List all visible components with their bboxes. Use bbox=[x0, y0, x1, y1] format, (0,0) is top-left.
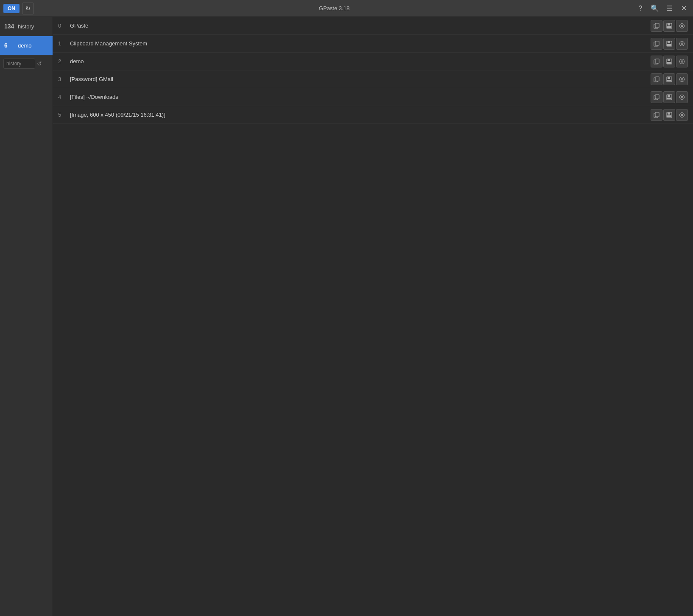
clip-actions bbox=[651, 109, 688, 121]
clip-copy-btn[interactable] bbox=[651, 56, 662, 67]
svg-rect-27 bbox=[668, 77, 670, 79]
svg-rect-3 bbox=[668, 23, 670, 25]
clip-row: 1 Clipboard Management System bbox=[53, 35, 693, 53]
menu-button[interactable]: ☰ bbox=[663, 3, 675, 14]
on-button[interactable]: ON bbox=[3, 4, 20, 13]
sidebar-item-demo-label: demo bbox=[18, 42, 32, 49]
clip-delete-btn[interactable] bbox=[676, 38, 688, 50]
titlebar-right: ? 🔍 ☰ ✕ bbox=[634, 3, 690, 14]
sidebar-search-icon[interactable]: ↺ bbox=[37, 60, 42, 67]
clip-save-btn[interactable] bbox=[663, 38, 675, 50]
clip-copy-btn[interactable] bbox=[651, 20, 662, 32]
clip-copy-btn[interactable] bbox=[651, 38, 662, 50]
clip-save-btn[interactable] bbox=[663, 73, 675, 85]
svg-rect-28 bbox=[667, 80, 671, 81]
svg-rect-43 bbox=[668, 112, 670, 115]
svg-rect-1 bbox=[655, 23, 659, 28]
clip-row: 0 GPaste bbox=[53, 17, 693, 35]
sidebar-item-demo-count: 6 bbox=[4, 42, 14, 49]
clip-save-btn[interactable] bbox=[663, 56, 675, 67]
clip-text: demo bbox=[67, 58, 651, 64]
clip-row: 2 demo bbox=[53, 53, 693, 70]
clip-text: [Image, 600 x 450 (09/21/15 16:31:41)] bbox=[67, 112, 651, 118]
clipboard-list: 0 GPaste bbox=[53, 17, 693, 616]
clip-text: GPaste bbox=[67, 22, 651, 29]
clip-index: 1 bbox=[58, 40, 67, 47]
clip-index: 5 bbox=[58, 112, 67, 118]
close-button[interactable]: ✕ bbox=[678, 3, 690, 14]
svg-rect-17 bbox=[655, 59, 659, 63]
svg-rect-44 bbox=[667, 115, 671, 117]
sidebar-item-history[interactable]: 134 history bbox=[0, 17, 53, 36]
clip-delete-btn[interactable] bbox=[676, 91, 688, 103]
clip-save-btn[interactable] bbox=[663, 91, 675, 103]
clip-index: 2 bbox=[58, 58, 67, 64]
clip-index: 4 bbox=[58, 94, 67, 100]
svg-rect-12 bbox=[667, 44, 671, 46]
svg-rect-36 bbox=[667, 98, 671, 99]
svg-rect-33 bbox=[655, 95, 659, 99]
sidebar-search-container: ↺ bbox=[0, 55, 53, 72]
svg-rect-20 bbox=[667, 62, 671, 64]
clip-actions bbox=[651, 38, 688, 50]
sidebar: 134 history 6 demo ↺ bbox=[0, 17, 53, 616]
svg-rect-4 bbox=[667, 26, 671, 28]
sidebar-item-history-count: 134 bbox=[4, 23, 14, 30]
clip-row: 4 [Files] ~/Downloads bbox=[53, 88, 693, 106]
refresh-button[interactable]: ↻ bbox=[22, 3, 34, 14]
clip-index: 0 bbox=[58, 22, 67, 29]
titlebar-left: ON ↻ bbox=[3, 3, 34, 14]
clip-row: 3 [Password] GMail bbox=[53, 70, 693, 88]
svg-rect-41 bbox=[655, 112, 659, 117]
clip-save-btn[interactable] bbox=[663, 109, 675, 121]
main-layout: 134 history 6 demo ↺ 0 GPaste bbox=[0, 17, 693, 616]
clip-copy-btn[interactable] bbox=[651, 109, 662, 121]
svg-rect-9 bbox=[655, 41, 659, 45]
help-button[interactable]: ? bbox=[634, 3, 646, 14]
clip-index: 3 bbox=[58, 76, 67, 82]
svg-rect-11 bbox=[668, 41, 670, 43]
clip-actions bbox=[651, 20, 688, 32]
clip-delete-btn[interactable] bbox=[676, 20, 688, 32]
sidebar-item-history-label: history bbox=[18, 23, 34, 30]
svg-rect-25 bbox=[655, 77, 659, 81]
svg-rect-19 bbox=[668, 59, 670, 61]
clip-row: 5 [Image, 600 x 450 (09/21/15 16:31:41)] bbox=[53, 106, 693, 124]
clip-actions bbox=[651, 91, 688, 103]
clip-delete-btn[interactable] bbox=[676, 109, 688, 121]
clip-save-btn[interactable] bbox=[663, 20, 675, 32]
clip-delete-btn[interactable] bbox=[676, 73, 688, 85]
titlebar: ON ↻ GPaste 3.18 ? 🔍 ☰ ✕ bbox=[0, 0, 693, 17]
clip-actions bbox=[651, 73, 688, 85]
svg-rect-35 bbox=[668, 95, 670, 97]
clip-delete-btn[interactable] bbox=[676, 56, 688, 67]
clip-copy-btn[interactable] bbox=[651, 73, 662, 85]
sidebar-item-demo[interactable]: 6 demo bbox=[0, 36, 53, 55]
sidebar-search-input[interactable] bbox=[3, 59, 35, 69]
clip-text: Clipboard Management System bbox=[67, 40, 651, 47]
clip-copy-btn[interactable] bbox=[651, 91, 662, 103]
search-button[interactable]: 🔍 bbox=[649, 3, 661, 14]
clip-text: [Password] GMail bbox=[67, 76, 651, 82]
titlebar-title: GPaste 3.18 bbox=[34, 5, 634, 11]
clip-text: [Files] ~/Downloads bbox=[67, 94, 651, 100]
clip-actions bbox=[651, 56, 688, 67]
